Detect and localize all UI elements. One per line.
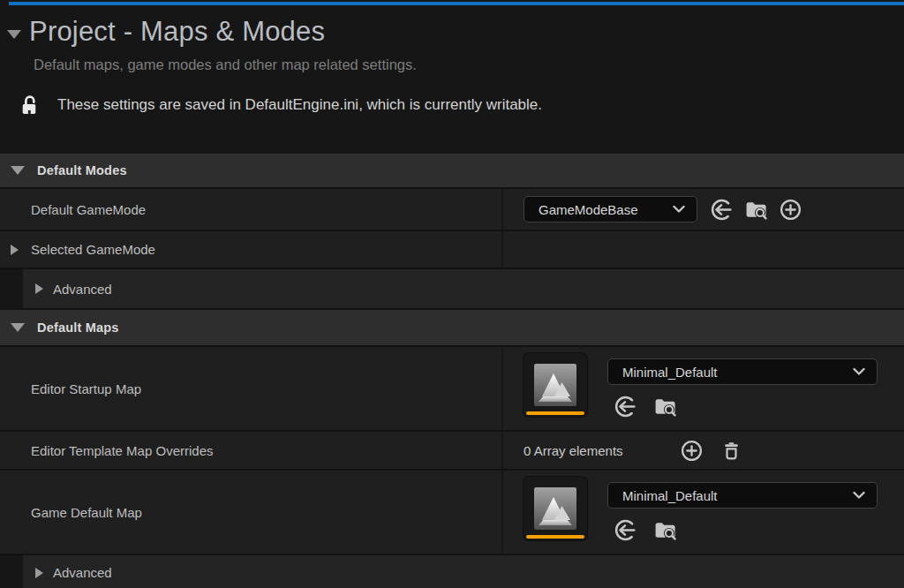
map-thumbnail[interactable]: [524, 353, 587, 417]
selected-tab-accent-bar: [9, 2, 904, 5]
delete-all-elements-icon[interactable]: [719, 439, 743, 463]
gamemode-dropdown[interactable]: GameModeBase: [524, 196, 697, 222]
chevron-down-icon: [11, 166, 25, 175]
section-expander-caret-icon[interactable]: [7, 30, 21, 39]
chevron-right-icon: [35, 568, 43, 578]
use-selected-asset-icon[interactable]: [614, 395, 637, 418]
chevron-down-icon: [673, 205, 685, 214]
array-elements-count: 0 Array elements: [524, 443, 680, 458]
add-element-icon[interactable]: [680, 439, 704, 463]
add-new-icon[interactable]: [779, 198, 802, 222]
use-selected-asset-icon[interactable]: [614, 518, 637, 542]
page-header: Project - Maps & Modes Default maps, gam…: [0, 9, 904, 117]
editor-startup-map-dropdown[interactable]: Minimal_Default: [607, 358, 878, 385]
row-label: Selected GameMode: [31, 242, 155, 257]
section-title: Default Modes: [37, 163, 127, 177]
row-label: Editor Startup Map: [31, 381, 141, 396]
game-default-map-value: Minimal_Default: [622, 488, 718, 503]
indent-gutter: [0, 269, 23, 308]
row-game-default-map: Game Default Map Minimal_Default: [0, 471, 904, 555]
row-label: Default GameMode: [31, 202, 146, 217]
editor-startup-map-value: Minimal_Default: [622, 365, 718, 380]
chevron-right-icon: [35, 283, 43, 294]
game-default-map-dropdown[interactable]: Minimal_Default: [607, 482, 878, 509]
section-header-default-modes[interactable]: Default Modes: [0, 154, 904, 189]
gamemode-dropdown-value: GameModeBase: [539, 202, 638, 217]
chevron-down-icon: [11, 323, 25, 332]
row-label: Editor Template Map Overrides: [31, 443, 213, 458]
asset-type-color-bar: [526, 535, 584, 539]
browse-to-asset-icon[interactable]: [653, 395, 677, 418]
row-editor-startup-map: Editor Startup Map Minimal_Default: [0, 347, 904, 432]
row-label: Advanced: [53, 565, 112, 580]
row-selected-gamemode[interactable]: Selected GameMode: [0, 231, 904, 269]
chevron-down-icon: [853, 491, 865, 500]
row-default-gamemode: Default GameMode GameModeBase: [0, 189, 904, 231]
unlock-icon: [18, 93, 41, 117]
use-selected-asset-icon[interactable]: [710, 198, 734, 222]
row-label: Advanced: [53, 282, 112, 297]
browse-to-asset-icon[interactable]: [744, 198, 768, 222]
settings-panel: Default Modes Default GameMode GameModeB…: [0, 154, 904, 588]
chevron-down-icon: [853, 367, 865, 376]
page-subtitle: Default maps, game modes and other map r…: [34, 57, 904, 73]
row-label: Game Default Map: [31, 505, 142, 520]
asset-type-color-bar: [526, 411, 584, 415]
row-advanced-default-maps[interactable]: Advanced: [0, 555, 904, 588]
chevron-right-icon: [11, 245, 19, 255]
row-advanced-default-modes[interactable]: Advanced: [0, 269, 904, 310]
section-title: Default Maps: [37, 320, 119, 335]
indent-gutter: [0, 555, 23, 588]
row-editor-template-map-overrides: Editor Template Map Overrides 0 Array el…: [0, 432, 904, 471]
map-thumbnail[interactable]: [524, 477, 587, 540]
page-title: Project - Maps & Modes: [29, 16, 325, 48]
browse-to-asset-icon[interactable]: [653, 518, 677, 542]
section-header-default-maps[interactable]: Default Maps: [0, 310, 904, 347]
settings-file-status-message: These settings are saved in DefaultEngin…: [57, 96, 542, 114]
